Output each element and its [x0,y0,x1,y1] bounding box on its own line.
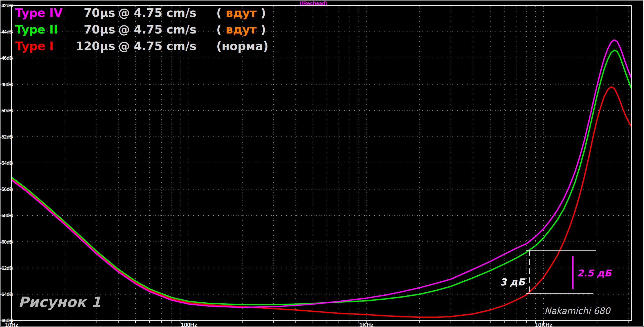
x-axis-tick-label: 10Hz [0,321,29,327]
curve-type-i [12,87,633,317]
legend-tape-speed: @ 4.75 cm/s [118,23,196,36]
curve-type-iv [12,40,633,307]
legend-note: ( вдут ) [216,6,266,20]
legend-eq-time: 70µs [75,23,115,36]
paren-close: ) [257,6,266,20]
paren-open: ( [216,39,222,53]
legend-note: (норма) [216,39,268,53]
y-axis-tick-label: -44dB [0,29,11,35]
legend-note: ( вдут ) [216,23,266,36]
trace-legend: Type IV70µs@ 4.75 cm/s ( вдут ) Type II7… [15,6,196,56]
legend-tape-speed: @ 4.75 cm/s [118,39,196,53]
legend-item-type-i: Type I120µs@ 4.75 cm/s (норма) [15,39,196,56]
legend-item-type-iv: Type IV70µs@ 4.75 cm/s ( вдут ) [15,6,196,23]
curve-type-ii [12,50,633,305]
x-axis-tick-label: 10KHz [526,321,561,327]
legend-note-text: вдут [226,23,257,36]
paren-open: ( [216,23,226,36]
y-axis-tick-label: -64dB [0,291,11,297]
legend-trace-name: Type II [15,23,75,36]
legend-eq-time: 120µs [75,39,115,53]
y-axis-tick-label: -46dB [0,55,11,61]
paren-close: ) [257,23,266,36]
y-axis-tick-label: -54dB [0,160,11,166]
legend-trace-name: Type IV [15,6,75,20]
y-axis-tick-label: -56dB [0,186,11,192]
legend-eq-time: 70µs [75,6,115,20]
y-axis-tick-label: -52dB [0,134,11,140]
y-axis-tick-label: -58dB [0,213,11,218]
y-axis-tick-label: -48dB [0,82,11,87]
y-axis-tick-label: -42dB [0,3,11,9]
y-axis-tick-label: -50dB [0,108,11,114]
x-axis-tick-label: 1KHz [349,321,384,327]
y-axis-tick-label: -60dB [0,239,11,245]
legend-item-type-ii: Type II70µs@ 4.75 cm/s ( вдут ) [15,23,196,39]
figure-caption: Рисунок 1 [18,294,101,310]
ruler-2-5db-label: 2.5 дБ [577,268,612,279]
legend-note-text: норма [222,39,263,53]
ruler-3db-label: 3 дБ [499,277,526,288]
legend-trace-name: Type I [15,39,75,53]
x-axis-tick-label: 100Hz [171,321,207,327]
ltspice-plot-window: { "window": { "title": "I(Rechead)" }, "… [0,0,644,327]
legend-tape-speed: @ 4.75 cm/s [118,6,196,20]
paren-open: ( [216,6,226,20]
device-caption: Nakamichi 680 [544,306,610,316]
legend-note-text: вдут [226,6,257,20]
y-axis-tick-label: -62dB [0,265,11,271]
paren-close: ) [263,39,268,53]
